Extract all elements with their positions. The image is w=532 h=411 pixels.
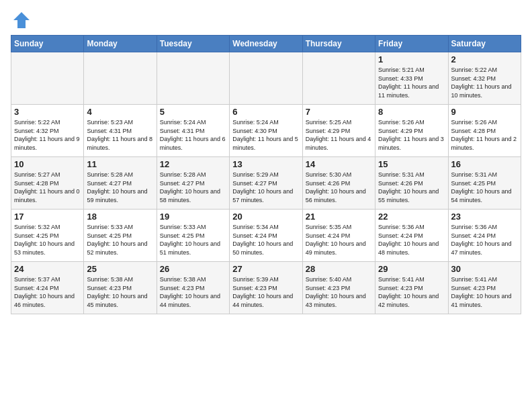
calendar-cell: 26Sunrise: 5:38 AM Sunset: 4:23 PM Dayli… <box>157 262 229 314</box>
calendar-cell: 6Sunrise: 5:24 AM Sunset: 4:30 PM Daylig… <box>230 105 302 157</box>
cell-content: Sunrise: 5:25 AM Sunset: 4:29 PM Dayligh… <box>306 118 372 152</box>
cell-content: Sunrise: 5:24 AM Sunset: 4:31 PM Dayligh… <box>160 118 226 152</box>
day-number: 29 <box>378 264 445 274</box>
calendar-header: SundayMondayTuesdayWednesdayThursdayFrid… <box>11 36 521 52</box>
logo-icon <box>12 11 31 30</box>
calendar-cell: 30Sunrise: 5:41 AM Sunset: 4:23 PM Dayli… <box>448 262 521 314</box>
day-number: 4 <box>87 107 153 117</box>
cell-content: Sunrise: 5:27 AM Sunset: 4:28 PM Dayligh… <box>14 171 81 204</box>
cell-content: Sunrise: 5:36 AM Sunset: 4:24 PM Dayligh… <box>451 223 518 257</box>
calendar-cell: 29Sunrise: 5:41 AM Sunset: 4:23 PM Dayli… <box>375 262 448 314</box>
calendar-cell <box>230 52 302 105</box>
day-number: 16 <box>451 159 518 169</box>
calendar-cell <box>84 52 157 105</box>
day-number: 25 <box>87 264 153 274</box>
day-number: 13 <box>232 159 299 169</box>
day-number: 30 <box>451 264 518 274</box>
calendar-cell: 18Sunrise: 5:33 AM Sunset: 4:25 PM Dayli… <box>84 210 157 262</box>
calendar-cell: 3Sunrise: 5:22 AM Sunset: 4:32 PM Daylig… <box>11 105 84 157</box>
cell-content: Sunrise: 5:36 AM Sunset: 4:24 PM Dayligh… <box>378 223 445 257</box>
day-number: 21 <box>306 212 372 222</box>
header-cell-sunday: Sunday <box>11 36 84 52</box>
day-number: 5 <box>160 107 226 117</box>
header-cell-friday: Friday <box>375 36 448 52</box>
cell-content: Sunrise: 5:22 AM Sunset: 4:32 PM Dayligh… <box>451 66 518 99</box>
day-number: 27 <box>232 264 299 274</box>
calendar-cell: 23Sunrise: 5:36 AM Sunset: 4:24 PM Dayli… <box>448 210 521 262</box>
calendar-cell: 8Sunrise: 5:26 AM Sunset: 4:29 PM Daylig… <box>375 105 448 157</box>
cell-content: Sunrise: 5:31 AM Sunset: 4:26 PM Dayligh… <box>378 171 445 204</box>
day-number: 17 <box>14 212 81 222</box>
calendar-cell: 9Sunrise: 5:26 AM Sunset: 4:28 PM Daylig… <box>448 105 521 157</box>
calendar-cell: 19Sunrise: 5:33 AM Sunset: 4:25 PM Dayli… <box>157 210 229 262</box>
calendar-row-1: 3Sunrise: 5:22 AM Sunset: 4:32 PM Daylig… <box>11 105 521 157</box>
day-number: 12 <box>160 159 226 169</box>
calendar-table: SundayMondayTuesdayWednesdayThursdayFrid… <box>11 35 521 314</box>
cell-content: Sunrise: 5:23 AM Sunset: 4:31 PM Dayligh… <box>87 118 153 152</box>
day-number: 23 <box>451 212 518 222</box>
calendar-cell: 2Sunrise: 5:22 AM Sunset: 4:32 PM Daylig… <box>448 52 521 105</box>
cell-content: Sunrise: 5:24 AM Sunset: 4:30 PM Dayligh… <box>232 118 299 152</box>
calendar-cell: 14Sunrise: 5:30 AM Sunset: 4:26 PM Dayli… <box>302 157 375 210</box>
calendar-cell: 1Sunrise: 5:21 AM Sunset: 4:33 PM Daylig… <box>375 52 448 105</box>
cell-content: Sunrise: 5:30 AM Sunset: 4:26 PM Dayligh… <box>306 171 372 204</box>
calendar-cell <box>302 52 375 105</box>
header-cell-saturday: Saturday <box>448 36 521 52</box>
day-number: 15 <box>378 159 445 169</box>
svg-marker-1 <box>15 13 28 28</box>
day-number: 26 <box>160 264 226 274</box>
calendar-cell: 12Sunrise: 5:28 AM Sunset: 4:27 PM Dayli… <box>157 157 229 210</box>
day-number: 28 <box>306 264 372 274</box>
day-number: 6 <box>232 107 299 117</box>
calendar-row-0: 1Sunrise: 5:21 AM Sunset: 4:33 PM Daylig… <box>11 52 521 105</box>
calendar-cell: 24Sunrise: 5:37 AM Sunset: 4:24 PM Dayli… <box>11 262 84 314</box>
calendar-cell: 27Sunrise: 5:39 AM Sunset: 4:23 PM Dayli… <box>230 262 302 314</box>
header-cell-wednesday: Wednesday <box>230 36 302 52</box>
cell-content: Sunrise: 5:28 AM Sunset: 4:27 PM Dayligh… <box>160 171 226 204</box>
calendar-cell <box>11 52 84 105</box>
header-area <box>11 8 521 30</box>
calendar-cell: 25Sunrise: 5:38 AM Sunset: 4:23 PM Dayli… <box>84 262 157 314</box>
cell-content: Sunrise: 5:40 AM Sunset: 4:23 PM Dayligh… <box>306 275 372 309</box>
day-number: 3 <box>14 107 81 117</box>
day-number: 7 <box>306 107 372 117</box>
cell-content: Sunrise: 5:28 AM Sunset: 4:27 PM Dayligh… <box>87 171 153 204</box>
header-cell-tuesday: Tuesday <box>157 36 229 52</box>
cell-content: Sunrise: 5:26 AM Sunset: 4:29 PM Dayligh… <box>378 118 445 152</box>
calendar-row-3: 17Sunrise: 5:32 AM Sunset: 4:25 PM Dayli… <box>11 210 521 262</box>
cell-content: Sunrise: 5:41 AM Sunset: 4:23 PM Dayligh… <box>378 275 445 309</box>
day-number: 24 <box>14 264 81 274</box>
cell-content: Sunrise: 5:33 AM Sunset: 4:25 PM Dayligh… <box>160 223 226 257</box>
header-row: SundayMondayTuesdayWednesdayThursdayFrid… <box>11 36 521 52</box>
calendar-cell: 17Sunrise: 5:32 AM Sunset: 4:25 PM Dayli… <box>11 210 84 262</box>
day-number: 2 <box>451 54 518 64</box>
cell-content: Sunrise: 5:41 AM Sunset: 4:23 PM Dayligh… <box>451 275 518 309</box>
calendar-cell: 15Sunrise: 5:31 AM Sunset: 4:26 PM Dayli… <box>375 157 448 210</box>
cell-content: Sunrise: 5:33 AM Sunset: 4:25 PM Dayligh… <box>87 223 153 257</box>
day-number: 19 <box>160 212 226 222</box>
cell-content: Sunrise: 5:29 AM Sunset: 4:27 PM Dayligh… <box>232 171 299 204</box>
cell-content: Sunrise: 5:21 AM Sunset: 4:33 PM Dayligh… <box>378 66 445 99</box>
calendar-cell <box>157 52 229 105</box>
calendar-body: 1Sunrise: 5:21 AM Sunset: 4:33 PM Daylig… <box>11 52 521 314</box>
day-number: 8 <box>378 107 445 117</box>
cell-content: Sunrise: 5:35 AM Sunset: 4:24 PM Dayligh… <box>306 223 372 257</box>
calendar-cell: 4Sunrise: 5:23 AM Sunset: 4:31 PM Daylig… <box>84 105 157 157</box>
calendar-cell: 21Sunrise: 5:35 AM Sunset: 4:24 PM Dayli… <box>302 210 375 262</box>
cell-content: Sunrise: 5:32 AM Sunset: 4:25 PM Dayligh… <box>14 223 81 257</box>
calendar-cell: 16Sunrise: 5:31 AM Sunset: 4:25 PM Dayli… <box>448 157 521 210</box>
day-number: 22 <box>378 212 445 222</box>
cell-content: Sunrise: 5:34 AM Sunset: 4:24 PM Dayligh… <box>232 223 299 257</box>
calendar-cell: 13Sunrise: 5:29 AM Sunset: 4:27 PM Dayli… <box>230 157 302 210</box>
day-number: 10 <box>14 159 81 169</box>
calendar-row-4: 24Sunrise: 5:37 AM Sunset: 4:24 PM Dayli… <box>11 262 521 314</box>
cell-content: Sunrise: 5:26 AM Sunset: 4:28 PM Dayligh… <box>451 118 518 152</box>
calendar-cell: 7Sunrise: 5:25 AM Sunset: 4:29 PM Daylig… <box>302 105 375 157</box>
calendar-cell: 22Sunrise: 5:36 AM Sunset: 4:24 PM Dayli… <box>375 210 448 262</box>
day-number: 20 <box>232 212 299 222</box>
day-number: 14 <box>306 159 372 169</box>
cell-content: Sunrise: 5:38 AM Sunset: 4:23 PM Dayligh… <box>87 275 153 309</box>
calendar-row-2: 10Sunrise: 5:27 AM Sunset: 4:28 PM Dayli… <box>11 157 521 210</box>
calendar-page: SundayMondayTuesdayWednesdayThursdayFrid… <box>0 0 532 411</box>
header-cell-monday: Monday <box>84 36 157 52</box>
